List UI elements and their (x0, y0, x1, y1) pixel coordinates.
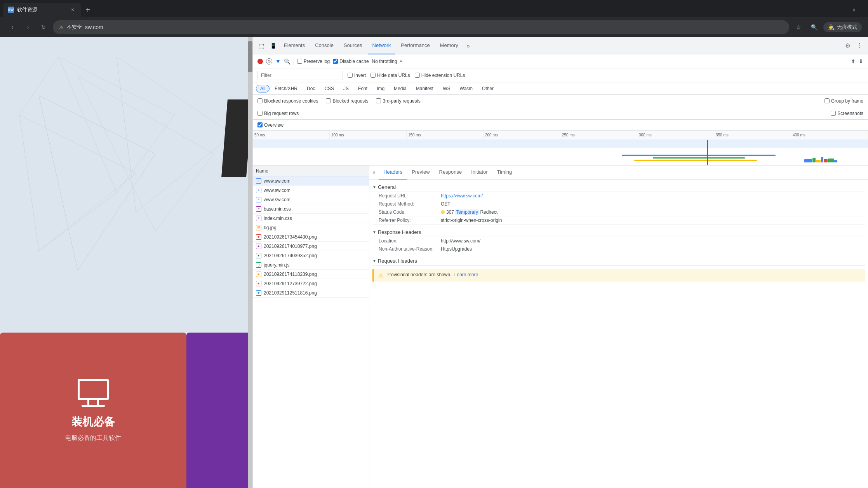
request-row[interactable]: ■20210929112739722.png (253, 279, 369, 288)
filter-icon-button[interactable]: ▼ (275, 58, 281, 64)
preserve-log-checkbox-label[interactable]: Preserve log (297, 59, 330, 64)
general-section-header[interactable]: ▼ General (372, 181, 865, 192)
minimize-button[interactable]: — (800, 3, 821, 17)
type-filter-css[interactable]: CSS (320, 85, 338, 92)
screenshots-label[interactable]: Screenshots (831, 111, 863, 116)
type-filter-font[interactable]: Font (354, 85, 372, 92)
hide-extension-urls-label[interactable]: Hide extension URLs (415, 73, 465, 78)
record-button[interactable] (257, 59, 263, 64)
type-filter-fetch-xhr[interactable]: Fetch/XHR (270, 85, 302, 92)
type-filter-media[interactable]: Media (390, 85, 411, 92)
disable-cache-checkbox-label[interactable]: Disable cache (333, 59, 369, 64)
blocked-response-cookies-checkbox[interactable] (257, 98, 263, 103)
request-row[interactable]: #index.min.css (253, 214, 369, 223)
close-window-button[interactable]: × (843, 3, 865, 17)
import-har-icon[interactable]: ⬆ (851, 58, 856, 64)
page-scrollbar[interactable] (248, 37, 252, 488)
search-icon-button[interactable]: 🔍 (284, 58, 290, 64)
url-bar[interactable]: ⚠ 不安全 sw.com (53, 20, 789, 34)
incognito-button[interactable]: 🕵 无痕模式 (823, 22, 862, 32)
network-tab[interactable]: Network (368, 37, 396, 54)
third-party-requests-checkbox[interactable] (376, 98, 381, 103)
no-throttling-select[interactable]: No throttling (372, 59, 397, 64)
disable-cache-checkbox[interactable] (333, 59, 338, 64)
inspect-element-icon[interactable]: ⬚ (256, 40, 267, 51)
forward-button[interactable]: › (22, 21, 34, 33)
request-type-icon: ■ (256, 253, 261, 258)
new-tab-button[interactable]: + (82, 4, 93, 15)
group-by-frame-label[interactable]: Group by frame (825, 98, 863, 104)
hide-extension-urls-checkbox[interactable] (415, 73, 420, 78)
screenshots-checkbox[interactable] (831, 111, 836, 116)
request-row[interactable]: ■20210926174118239.png (253, 270, 369, 279)
filter-input[interactable] (257, 71, 343, 80)
maximize-button[interactable]: ☐ (821, 3, 843, 17)
detail-value[interactable]: https://www.sw.com/ (441, 193, 865, 199)
invert-checkbox[interactable] (348, 73, 353, 78)
request-type-icon: ■ (256, 272, 261, 277)
overview-checkbox[interactable] (257, 122, 263, 127)
request-type-icon: # (256, 206, 261, 212)
request-row[interactable]: ≡www.sw.com (253, 176, 369, 186)
request-row[interactable]: ■20210926173454430.png (253, 232, 369, 242)
details-close-button[interactable]: × (372, 169, 376, 176)
clear-button[interactable]: ⊘ (266, 58, 272, 64)
request-row[interactable]: ■20210926174039352.png (253, 251, 369, 260)
search-icon[interactable]: 🔍 (808, 21, 820, 33)
blocked-response-cookies-label[interactable]: Blocked response cookies (257, 98, 318, 104)
type-filter-other[interactable]: Other (478, 85, 498, 92)
options-bar-2: Big request rows Screenshots (253, 107, 868, 120)
hide-data-urls-label[interactable]: Hide data URLs (371, 73, 410, 78)
console-tab[interactable]: Console (310, 37, 338, 54)
request-row[interactable]: ≡www.sw.com (253, 195, 369, 204)
initiator-tab[interactable]: Initiator (466, 166, 492, 180)
reload-button[interactable]: ↻ (37, 21, 50, 33)
bookmark-icon[interactable]: ☆ (792, 21, 805, 33)
request-headers-section-header[interactable]: ▼ Request Headers (372, 255, 865, 266)
devtools-settings-icon[interactable]: ⚙ (842, 40, 853, 51)
device-toolbar-icon[interactable]: 📱 (268, 40, 278, 51)
elements-tab[interactable]: Elements (279, 37, 310, 54)
type-filter-manifest[interactable]: Manifest (412, 85, 438, 92)
response-headers-section-header[interactable]: ▼ Response Headers (372, 226, 865, 237)
type-filter-ws[interactable]: WS (438, 85, 454, 92)
type-filter-js[interactable]: JS (339, 85, 353, 92)
general-title: General (378, 184, 396, 190)
response-tab[interactable]: Response (435, 166, 467, 180)
tab-close-button[interactable]: × (69, 6, 76, 13)
big-request-rows-label[interactable]: Big request rows (257, 111, 299, 116)
request-row[interactable]: ■20210926174010977.png (253, 242, 369, 251)
group-by-frame-checkbox[interactable] (825, 98, 830, 103)
sources-tab[interactable]: Sources (339, 37, 367, 54)
performance-tab[interactable]: Performance (396, 37, 434, 54)
overview-label[interactable]: Overview (257, 122, 284, 128)
scroll-thumb[interactable] (248, 41, 252, 72)
timing-tab[interactable]: Timing (492, 166, 517, 180)
invert-checkbox-label[interactable]: Invert (348, 73, 366, 78)
big-request-rows-checkbox[interactable] (257, 111, 263, 116)
third-party-requests-label[interactable]: 3rd-party requests (376, 98, 420, 104)
type-filter-doc[interactable]: Doc (303, 85, 319, 92)
export-har-icon[interactable]: ⬇ (859, 58, 863, 64)
request-row[interactable]: ≡www.sw.com (253, 186, 369, 195)
request-row[interactable]: ■20210929112511816.png (253, 288, 369, 298)
preview-tab[interactable]: Preview (407, 166, 434, 180)
back-button[interactable]: ‹ (6, 21, 19, 33)
request-row[interactable]: 🖼bg.jpg (253, 223, 369, 232)
browser-tab[interactable]: SW 软件资源 × (3, 3, 81, 17)
blocked-requests-checkbox[interactable] (326, 98, 331, 103)
request-row[interactable]: {}jquery.min.js (253, 260, 369, 270)
devtools-kebab-icon[interactable]: ⋮ (854, 40, 865, 51)
type-filter-img[interactable]: Img (372, 85, 389, 92)
learn-more-link[interactable]: Learn more (454, 272, 478, 277)
throttling-dropdown-icon[interactable]: ▾ (400, 59, 402, 63)
type-filter-wasm[interactable]: Wasm (456, 85, 477, 92)
type-filter-all[interactable]: All (256, 85, 270, 92)
headers-tab[interactable]: Headers (379, 166, 407, 180)
preserve-log-checkbox[interactable] (297, 59, 302, 64)
hide-data-urls-checkbox[interactable] (371, 73, 376, 78)
more-tabs-button[interactable]: » (464, 43, 473, 49)
blocked-requests-label[interactable]: Blocked requests (326, 98, 368, 104)
memory-tab[interactable]: Memory (435, 37, 463, 54)
request-row[interactable]: #base.min.css (253, 204, 369, 214)
